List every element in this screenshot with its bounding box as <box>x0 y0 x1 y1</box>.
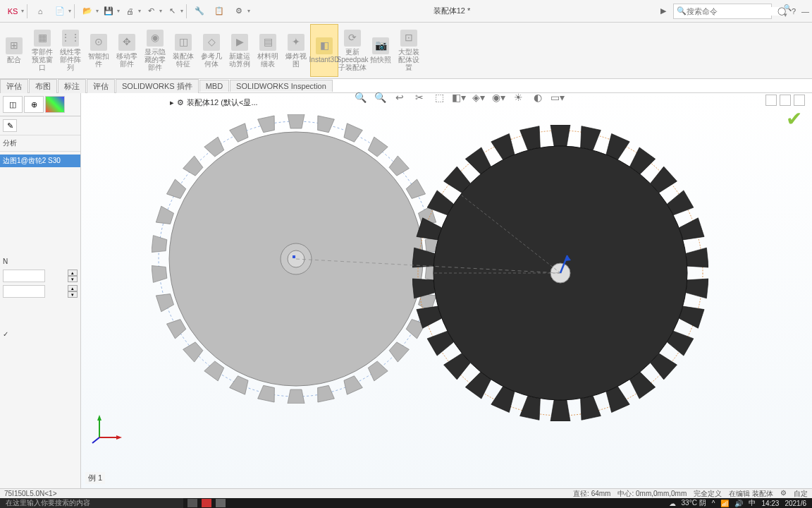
vc-3[interactable] <box>794 95 805 106</box>
app-menu-icon[interactable]: KS <box>4 3 21 20</box>
taskbar-app-3[interactable] <box>216 499 226 507</box>
clock-time[interactable]: 14:23 <box>761 500 779 507</box>
select-icon[interactable]: ↖ <box>164 3 180 20</box>
ribbon-bom[interactable]: ▤材料明细表 <box>254 24 282 77</box>
search-input[interactable] <box>687 7 784 16</box>
graphics-viewport[interactable]: ▸ ⚙ 装配体12 (默认<显... ✔ <box>81 93 812 488</box>
quick-access-toolbar: KS ▾ ⌂ 📄 ▾ 📂 ▾ 💾 ▾ 🖨 ▾ ↶ ▾ ↖ ▾ 🔧 📋 ⚙ ▾ 装… <box>0 0 812 23</box>
ribbon-assyfeature[interactable]: ◫装配体特征 <box>169 24 197 77</box>
chevron-down-icon[interactable]: ▾ <box>138 8 141 14</box>
svg-marker-16 <box>116 435 122 440</box>
home-icon[interactable]: ⌂ <box>32 3 49 20</box>
ribbon-move[interactable]: ✥移动零部件 <box>113 24 141 77</box>
panel-subtab-label[interactable]: 分析 <box>0 135 80 151</box>
ribbon-refgeom[interactable]: ◇参考几何体 <box>197 24 226 77</box>
viewport-icon[interactable]: ▭▾ <box>550 90 565 105</box>
taskbar-app-2[interactable] <box>202 499 211 507</box>
help-icon[interactable]: ? <box>792 7 796 16</box>
heads-up-toolbar: 🔍 🔍 ↩ ✂ ⬚ ◧▾ ◈▾ ◉▾ ☀ ◐ ▭▾ <box>352 87 565 107</box>
play-icon[interactable]: ▶ <box>655 3 672 20</box>
command-search[interactable]: 🔍 🔍▾ <box>673 4 772 19</box>
prev-view-icon[interactable]: ↩ <box>392 90 407 105</box>
panel-tab-tree[interactable]: ◫ <box>3 96 23 113</box>
vc-2[interactable] <box>780 95 791 106</box>
ribbon-showhidden[interactable]: ◉显示隐藏的零部件 <box>141 24 169 77</box>
tray-vol-icon[interactable]: 🔊 <box>734 500 743 507</box>
new-icon[interactable]: 📄 <box>51 3 68 20</box>
gear-right[interactable] <box>412 125 708 421</box>
ribbon-mate[interactable]: ⊞配合 <box>0 24 28 77</box>
assembly-icon: ⚙ <box>177 98 184 107</box>
tab-evaluate[interactable]: 评估 <box>87 79 115 93</box>
tab-sketch[interactable]: 评估 <box>0 79 28 93</box>
svg-rect-4 <box>293 255 295 258</box>
vc-1[interactable] <box>765 95 777 106</box>
rebuild-icon[interactable]: 🔧 <box>191 3 208 20</box>
ribbon-largeassy[interactable]: ⊡大型装配体设置 <box>395 24 423 77</box>
tab-annotate[interactable]: 标注 <box>58 79 86 93</box>
property-panel: ◫ ⊕ ✎ 分析 边图1@齿轮2 S30 N ▴▾ ▴▾ ✓ <box>0 93 81 488</box>
panel-tab-display[interactable] <box>45 96 65 113</box>
options-icon[interactable]: 📋 <box>211 3 228 20</box>
status-custom-icon[interactable]: ⚙ <box>780 489 787 499</box>
tree-root[interactable]: 装配体12 (默认<显... <box>187 97 258 108</box>
chevron-down-icon[interactable]: ▾ <box>68 8 71 14</box>
open-icon[interactable]: 📂 <box>79 3 96 20</box>
zoom-fit-icon[interactable]: 🔍 <box>352 90 368 105</box>
spinner-2[interactable]: ▴▾ <box>0 284 80 299</box>
viewport-controls <box>765 95 805 106</box>
zoom-area-icon[interactable]: 🔍 <box>372 90 388 105</box>
tab-inspection[interactable]: SOLIDWORKS Inspection <box>230 80 333 92</box>
ribbon-speedpak[interactable]: ⟳更新Speedpak子装配体 <box>338 24 367 77</box>
ribbon-explode[interactable]: ✦爆炸视图 <box>282 24 310 77</box>
chevron-down-icon[interactable]: ▾ <box>96 8 99 14</box>
gear-icon[interactable]: ⚙ <box>230 3 247 20</box>
ribbon-snapshot[interactable]: 📷拍快照 <box>367 24 395 77</box>
tab-mbd[interactable]: MBD <box>199 80 229 92</box>
chevron-down-icon[interactable]: ▾ <box>180 8 183 14</box>
undo-icon[interactable]: ↶ <box>142 3 159 20</box>
clock-date[interactable]: 2021/6 <box>785 500 806 507</box>
status-mode: 在编辑 装配体 <box>729 489 773 499</box>
tray-up-icon[interactable]: ^ <box>712 500 715 507</box>
instance-label: 例 1 <box>85 472 105 484</box>
confirm-checkmark-icon[interactable]: ✔ <box>786 107 802 131</box>
ribbon-instant3d[interactable]: ◧Instant3D <box>310 24 338 77</box>
taskbar-search[interactable]: 在这里输入你要搜索的内容 <box>0 498 183 508</box>
minimize-icon[interactable]: — <box>801 7 809 16</box>
selected-entity[interactable]: 边图1@齿轮2 S30 <box>0 155 80 167</box>
ribbon-smartfastener[interactable]: ⊙智能扣件 <box>85 24 113 77</box>
spinner-1[interactable]: ▴▾ <box>0 268 80 284</box>
chevron-down-icon[interactable]: ▾ <box>159 8 162 14</box>
tray-ime[interactable]: 中 <box>749 498 756 508</box>
flyout-tree[interactable]: ▸ ⚙ 装配体12 (默认<显... <box>166 93 307 112</box>
view-orient-icon[interactable]: ⬚ <box>431 90 447 105</box>
print-icon[interactable]: 🖨 <box>121 3 138 20</box>
display-style-icon[interactable]: ◧▾ <box>451 90 467 105</box>
panel-tool-icon[interactable]: ✎ <box>3 119 17 132</box>
user-icon[interactable]: ◯ <box>777 6 786 16</box>
taskbar-app-1[interactable] <box>187 499 197 507</box>
render-icon[interactable]: ◐ <box>530 90 546 105</box>
appearance-icon[interactable]: ◉▾ <box>491 90 506 105</box>
hide-show-icon[interactable]: ◈▾ <box>471 90 486 105</box>
chevron-down-icon[interactable]: ▾ <box>21 8 24 14</box>
ribbon: ⊞配合 ▦零部件预览窗口 ⋮⋮线性零部件阵列 ⊙智能扣件 ✥移动零部件 ◉显示隐… <box>0 23 812 79</box>
tray-net-icon[interactable]: 📶 <box>720 500 729 507</box>
scene-icon[interactable]: ☀ <box>510 90 526 105</box>
tab-layout[interactable]: 布图 <box>29 79 57 93</box>
expand-icon[interactable]: ▸ <box>170 98 174 107</box>
panel-tab-config[interactable]: ⊕ <box>24 96 44 113</box>
status-def: 完全定义 <box>694 489 722 499</box>
gear-left[interactable] <box>152 114 441 404</box>
orientation-triad[interactable] <box>91 411 126 447</box>
tab-addins[interactable]: SOLIDWORKS 插件 <box>116 79 199 93</box>
ribbon-pattern[interactable]: ⋮⋮线性零部件阵列 <box>56 24 85 77</box>
weather-text[interactable]: 33°C 阴 <box>682 498 706 508</box>
chevron-down-icon[interactable]: ▾ <box>117 8 120 14</box>
section-icon[interactable]: ✂ <box>412 90 427 105</box>
save-icon[interactable]: 💾 <box>100 3 117 20</box>
ribbon-motion[interactable]: ▶新建运动算例 <box>226 24 254 77</box>
ribbon-preview[interactable]: ▦零部件预览窗口 <box>28 24 56 77</box>
weather-icon[interactable]: ☁ <box>669 500 676 507</box>
